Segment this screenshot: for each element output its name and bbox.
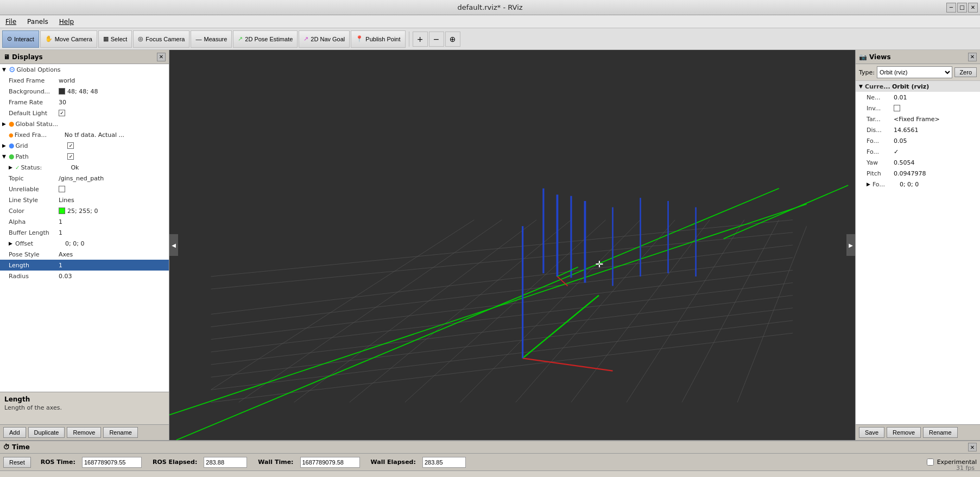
views-tree: ▼ Curre... Orbit (rviz) Ne... 0.01 Inv..… — [856, 81, 980, 424]
experimental-checkbox[interactable] — [927, 459, 934, 466]
move-camera-button[interactable]: ✋ Move Camera — [40, 30, 97, 48]
views-current-header[interactable]: ▼ Curre... Orbit (rviz) — [856, 81, 980, 92]
displays-panel: 🖥 Displays ✕ ▼ ⚙ Global Options Fixed Fr… — [0, 50, 169, 440]
views-distance-row: Dis... 14.6561 — [856, 124, 980, 135]
displays-close-button[interactable]: ✕ — [157, 53, 166, 61]
duplicate-button[interactable]: Duplicate — [28, 427, 65, 438]
fixed-frame-row: Fixed Frame world — [0, 75, 169, 86]
views-zero-button[interactable]: Zero — [954, 67, 977, 77]
views-focal3-row[interactable]: ▶ Fo... 0; 0; 0 — [856, 179, 980, 190]
path-checkbox[interactable]: ✓ — [67, 153, 74, 160]
publish-point-icon: 📍 — [356, 35, 363, 42]
grid-item[interactable]: ▶ ● Grid ✓ — [0, 140, 169, 151]
displays-header: 🖥 Displays ✕ — [0, 50, 169, 64]
fps-display: 31 fps — [956, 465, 975, 472]
select-button[interactable]: ▦ Select — [98, 30, 132, 48]
viewport-right-arrow[interactable]: ▶ — [846, 234, 855, 256]
interact-icon: ⊙ — [7, 35, 12, 42]
pose-estimate-button[interactable]: ↗ 2D Pose Estimate — [233, 30, 298, 48]
views-yaw-row: Yaw 0.5054 — [856, 157, 980, 168]
views-invert-checkbox[interactable] — [894, 105, 900, 111]
svg-rect-0 — [169, 50, 855, 440]
focus-camera-button[interactable]: ◎ Focus Camera — [133, 30, 189, 48]
wall-time-label: Wall Time: — [258, 459, 293, 466]
grid-checkbox[interactable]: ✓ — [67, 142, 74, 149]
wall-elapsed-input[interactable] — [422, 457, 466, 468]
measure-button[interactable]: — Measure — [191, 30, 232, 48]
views-save-button[interactable]: Save — [859, 427, 884, 438]
path-radius-row: Radius 0.03 — [0, 271, 169, 281]
displays-tree[interactable]: ▼ ⚙ Global Options Fixed Frame world Bac… — [0, 64, 169, 392]
path-length-row[interactable]: Length 1 — [0, 260, 169, 271]
views-near-clip-row: Ne... 0.01 — [856, 92, 980, 103]
nav-goal-icon: ↗ — [304, 35, 308, 42]
path-posestyle-row: Pose Style Axes — [0, 249, 169, 260]
ros-time-input[interactable] — [82, 457, 142, 468]
default-light-checkbox[interactable]: ✓ — [59, 110, 65, 116]
add-button[interactable]: Add — [3, 427, 26, 438]
menu-file[interactable]: File — [2, 17, 20, 27]
views-title: 📷 Views — [859, 53, 891, 61]
displays-icon: 🖥 — [3, 53, 10, 61]
maximize-button[interactable]: □ — [957, 3, 967, 12]
ros-elapsed-input[interactable] — [204, 457, 247, 468]
pose-estimate-icon: ↗ — [238, 35, 243, 42]
rename-button[interactable]: Rename — [103, 427, 138, 438]
status-bar: Left-Click: Rotate. Middle-Click: Move X… — [0, 470, 980, 477]
views-rename-button[interactable]: Rename — [923, 427, 958, 438]
interact-button[interactable]: ⊙ Interact — [2, 30, 39, 48]
views-remove-button[interactable]: Remove — [887, 427, 921, 438]
time-close-button[interactable]: ✕ — [968, 443, 977, 451]
time-panel: Reset ROS Time: ROS Elapsed: Wall Time: … — [0, 453, 980, 470]
frame-rate-row: Frame Rate 30 — [0, 97, 169, 108]
path-alpha-row: Alpha 1 — [0, 216, 169, 227]
remove-tool-button[interactable]: − — [429, 32, 444, 47]
path-offset-row[interactable]: ▶ Offset 0; 0; 0 — [0, 238, 169, 249]
path-status-item[interactable]: ▶ ✓ Status: Ok — [0, 162, 169, 173]
add-tool-button[interactable]: + — [413, 32, 428, 47]
background-color-row: Background... 48; 48; 48 — [0, 86, 169, 97]
views-type-select[interactable]: Orbit (rviz) — [877, 66, 952, 78]
fixed-frame-status-row: ● Fixed Fra... No tf data. Actual ... — [0, 129, 169, 140]
path-item[interactable]: ▼ ● Path ✓ — [0, 151, 169, 162]
path-buffer-row: Buffer Length 1 — [0, 227, 169, 238]
displays-buttons: Add Duplicate Remove Rename — [0, 424, 169, 440]
menu-help[interactable]: Help — [56, 17, 77, 27]
description-box: Length Length of the axes. — [0, 392, 169, 424]
background-color-swatch — [59, 88, 65, 95]
views-expand-arrow[interactable]: ▼ — [859, 84, 863, 89]
time-icon: ⏱ — [3, 443, 10, 451]
views-close-button[interactable]: ✕ — [968, 53, 977, 61]
views-icon: 📷 — [859, 53, 867, 61]
menubar: File Panels Help — [0, 15, 980, 28]
views-panel: 📷 Views ✕ Type: Orbit (rviz) Zero ▼ Curr… — [855, 50, 980, 440]
unreliable-checkbox[interactable] — [59, 186, 65, 192]
time-reset-button[interactable]: Reset — [3, 457, 31, 468]
path-unreliable-row: Unreliable — [0, 184, 169, 194]
titlebar: default.rviz* - RViz − □ ✕ — [0, 0, 980, 15]
views-focal2-row: Fo... ✓ — [856, 146, 980, 157]
close-button[interactable]: ✕ — [968, 3, 978, 12]
global-options-item[interactable]: ▼ ⚙ Global Options — [0, 64, 169, 75]
nav-goal-button[interactable]: ↗ 2D Nav Goal — [299, 30, 350, 48]
settings-tool-button[interactable]: ⊕ — [445, 32, 460, 47]
default-light-row: Default Light ✓ — [0, 108, 169, 118]
global-status-item[interactable]: ▶ ● Global Statu... — [0, 118, 169, 129]
viewport-left-arrow[interactable]: ◀ — [169, 234, 178, 256]
remove-button[interactable]: Remove — [67, 427, 101, 438]
path-status-icon: ✓ — [15, 165, 20, 171]
wall-time-input[interactable] — [300, 457, 360, 468]
time-panel-header: ⏱ Time ✕ — [0, 440, 980, 453]
path-color-row: Color 25; 255; 0 — [0, 205, 169, 216]
menu-panels[interactable]: Panels — [24, 17, 52, 27]
global-options-expand[interactable]: ▼ — [2, 67, 8, 72]
description-title: Length — [4, 396, 165, 403]
path-color-swatch — [59, 208, 65, 214]
viewport[interactable]: ◀ — [169, 50, 855, 440]
views-focal3-expand[interactable]: ▶ — [867, 181, 870, 187]
publish-point-button[interactable]: 📍 Publish Point — [351, 30, 405, 48]
views-header: 📷 Views ✕ — [856, 50, 980, 64]
focus-camera-icon: ◎ — [138, 35, 143, 42]
toolbar: ⊙ Interact ✋ Move Camera ▦ Select ◎ Focu… — [0, 28, 980, 50]
minimize-button[interactable]: − — [946, 3, 956, 12]
